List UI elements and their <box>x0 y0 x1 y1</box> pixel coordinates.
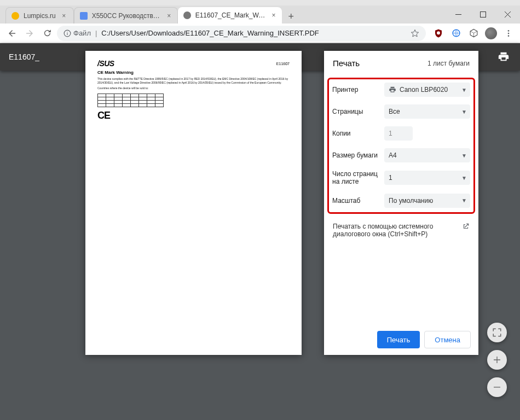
profile-avatar[interactable] <box>484 26 498 40</box>
file-label: Файл <box>73 29 91 37</box>
print-dialog: Печать 1 лист бумаги Принтер Canon LBP60… <box>324 51 478 355</box>
chevron-down-icon: ▼ <box>461 175 467 181</box>
extension-generic-2[interactable] <box>466 26 481 40</box>
svg-rect-0 <box>455 14 461 15</box>
papersize-value: A4 <box>389 151 397 159</box>
omnibox-url-field[interactable]: Файл | C:/Users/User/Downloads/E11607_CE… <box>57 26 426 41</box>
cube-icon <box>469 28 478 38</box>
nav-reload-button[interactable] <box>39 26 55 41</box>
print-icon <box>498 51 510 63</box>
window-close-button[interactable] <box>495 7 520 22</box>
extension-ublock[interactable] <box>431 26 446 40</box>
nav-forward-button[interactable] <box>22 26 37 41</box>
kebab-icon <box>504 29 513 38</box>
favicon <box>183 11 191 19</box>
print-button-label: Печать <box>387 336 411 344</box>
shield-icon <box>434 28 443 38</box>
pdf-page-preview: /SUS E11607 CE Mark Warning This device … <box>85 51 302 355</box>
window-minimize-button[interactable] <box>446 7 471 22</box>
globe-icon <box>452 28 461 38</box>
document-filename: E11607_ <box>9 52 39 61</box>
viewer-print-button[interactable] <box>493 46 515 68</box>
scale-select[interactable]: По умолчанию ▼ <box>384 194 470 208</box>
reload-icon <box>43 28 52 38</box>
ce-mark: CE <box>97 110 290 120</box>
fit-page-button[interactable] <box>487 323 507 342</box>
tab-title: Lumpics.ru <box>24 12 56 20</box>
maximize-icon <box>480 11 486 18</box>
zoom-out-button[interactable] <box>487 377 507 397</box>
print-options-box: Принтер Canon LBP6020 ▼ Страницы Все ▼ К… <box>327 78 475 214</box>
copies-value: 1 <box>389 130 392 137</box>
copies-input[interactable]: 1 <box>384 126 413 141</box>
label-papersize: Размер бумаги <box>332 151 384 159</box>
label-copies: Копии <box>332 130 384 137</box>
external-link-icon <box>462 223 470 238</box>
close-icon[interactable]: × <box>60 12 68 20</box>
print-dialog-title: Печать <box>333 59 360 68</box>
svg-point-8 <box>508 32 510 34</box>
bookmark-button[interactable] <box>411 29 419 38</box>
print-icon <box>389 86 396 94</box>
svg-point-7 <box>508 30 510 32</box>
svg-rect-10 <box>494 387 500 387</box>
scale-value: По умолчанию <box>389 197 433 205</box>
label-scale: Масштаб <box>332 197 384 205</box>
sheet-count: 1 лист бумаги <box>427 60 470 67</box>
close-icon[interactable]: × <box>271 11 276 19</box>
browser-menu-button[interactable] <box>501 26 516 40</box>
print-button[interactable]: Печать <box>377 331 420 348</box>
svg-point-9 <box>508 35 510 37</box>
system-dialog-link[interactable]: Печатать с помощью системного диалоговог… <box>324 216 478 244</box>
chevron-down-icon: ▼ <box>461 153 467 159</box>
pagespersheet-select[interactable]: 1 ▼ <box>384 171 470 185</box>
close-icon[interactable]: × <box>166 12 172 20</box>
minimize-icon <box>455 11 461 18</box>
pages-select[interactable]: Все ▼ <box>384 104 470 119</box>
svg-point-5 <box>437 31 440 34</box>
minus-icon <box>493 383 501 392</box>
label-pagespersheet: Число страниц на листе <box>332 170 384 186</box>
browser-tab-2[interactable]: E11607_CE_Mark_Warning_INSEF × <box>178 7 282 24</box>
document-code: E11607 <box>276 62 290 66</box>
document-paragraph: This device complies with the R&TTE Dire… <box>97 77 290 84</box>
svg-rect-4 <box>67 33 67 35</box>
fit-icon <box>492 328 502 337</box>
site-info-button[interactable]: Файл <box>63 29 91 37</box>
arrow-right-icon <box>25 28 34 38</box>
avatar <box>485 27 497 39</box>
favicon <box>11 12 19 20</box>
cancel-button[interactable]: Отмена <box>424 331 471 348</box>
extension-generic-1[interactable] <box>449 26 463 40</box>
favicon <box>80 12 88 20</box>
papersize-select[interactable]: A4 ▼ <box>384 148 470 162</box>
document-heading: CE Mark Warning <box>97 71 290 75</box>
printer-select[interactable]: Canon LBP6020 ▼ <box>384 83 470 97</box>
brand-logo: /SUS <box>97 60 114 67</box>
browser-addressbar: Файл | C:/Users/User/Downloads/E11607_CE… <box>0 24 520 43</box>
label-pages: Страницы <box>332 108 384 115</box>
pages-value: Все <box>389 108 400 115</box>
pdf-viewer: E11607_ /SUS E11607 CE Mark Warning This… <box>0 43 520 420</box>
chevron-down-icon: ▼ <box>461 87 467 93</box>
window-maximize-button[interactable] <box>471 7 495 22</box>
document-table <box>97 94 164 107</box>
browser-tab-1[interactable]: X550CC Руководства пользоват × <box>74 7 178 24</box>
pagespersheet-value: 1 <box>389 174 392 182</box>
tab-title: E11607_CE_Mark_Warning_INSEF <box>195 11 267 19</box>
svg-point-3 <box>67 31 67 32</box>
label-printer: Принтер <box>332 86 384 94</box>
close-icon <box>505 11 511 18</box>
star-icon <box>411 29 419 38</box>
svg-rect-1 <box>481 12 486 18</box>
info-icon <box>63 30 71 37</box>
window-titlebar <box>0 0 520 5</box>
chevron-down-icon: ▼ <box>461 197 467 203</box>
browser-tab-0[interactable]: Lumpics.ru × <box>5 7 74 24</box>
zoom-in-button[interactable] <box>487 350 507 370</box>
url-path: C:/Users/User/Downloads/E11607_CE_Mark_W… <box>101 29 319 37</box>
system-dialog-label: Печатать с помощью системного диалоговог… <box>333 223 458 238</box>
nav-back-button[interactable] <box>4 26 20 41</box>
plus-icon <box>493 355 501 364</box>
new-tab-button[interactable]: + <box>284 9 298 24</box>
